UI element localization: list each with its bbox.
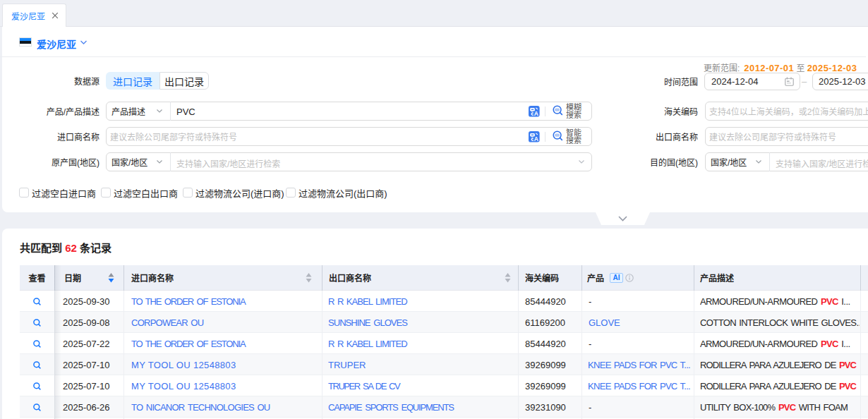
- svg-text:A: A: [534, 135, 538, 142]
- svg-text:A: A: [534, 110, 538, 117]
